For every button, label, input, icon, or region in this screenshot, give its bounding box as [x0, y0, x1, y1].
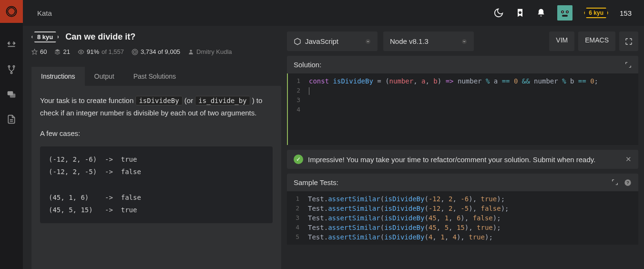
git-merge-icon[interactable]	[6, 64, 17, 75]
kata-rank-badge: 8 kyu	[31, 31, 59, 42]
emacs-button[interactable]: EMACS	[578, 31, 615, 51]
tab-past[interactable]: Past Solutions	[124, 67, 186, 86]
tab-output[interactable]: Output	[85, 67, 124, 86]
tests-code-area[interactable]: 12345 Test.assertSimilar(isDivideBy(-12,…	[287, 191, 638, 245]
svg-text:?: ?	[626, 180, 629, 185]
expand-icon[interactable]	[625, 62, 632, 68]
bookmark-icon[interactable]	[515, 8, 525, 18]
star-icon	[31, 49, 38, 55]
user-icon	[188, 49, 194, 55]
tests-label: Sample Tests:	[294, 178, 338, 186]
help-icon[interactable]: ?	[624, 179, 632, 186]
left-panel: 8 kyu Can we divide it? 60 21	[29, 31, 281, 269]
theme-toggle-icon[interactable]	[493, 8, 504, 18]
user-rank-badge: 6 kyu	[584, 8, 608, 18]
topbar-tab-kata[interactable]: Kata	[31, 0, 59, 26]
svg-point-16	[132, 49, 138, 55]
stat-completed: 3,734 of 9,005	[132, 48, 180, 55]
js-icon	[294, 38, 301, 45]
stat-stars[interactable]: 60	[31, 48, 47, 55]
left-sidebar	[0, 0, 23, 269]
solution-label: Solution:	[294, 61, 321, 69]
close-icon[interactable]: ✕	[625, 155, 632, 164]
tests-editor: Sample Tests: ? 12345 Test.assertSimilar…	[287, 174, 638, 245]
svg-point-11	[562, 11, 563, 12]
svg-point-15	[80, 51, 82, 53]
check-icon: ✓	[294, 155, 303, 164]
svg-rect-8	[557, 5, 572, 21]
svg-point-2	[13, 66, 14, 67]
success-message: ✓ Impressive! You may take your time to …	[287, 150, 638, 169]
svg-point-20	[462, 39, 467, 44]
fullscreen-icon	[625, 38, 633, 45]
vim-button[interactable]: VIM	[549, 31, 574, 51]
example-code: (-12, 2, -6) -> true (-12, 2, -5) -> fal…	[40, 146, 273, 223]
svg-point-19	[366, 39, 370, 44]
topbar: Kata 6 kyu 153	[23, 0, 644, 26]
fullscreen-button[interactable]	[619, 31, 638, 51]
chevron-down-icon	[365, 39, 371, 44]
svg-point-17	[133, 51, 136, 53]
bell-icon[interactable]	[536, 8, 546, 18]
right-panel: JavaScript Node v8.1.3 VIM EMACS	[287, 31, 638, 269]
eye-icon	[78, 49, 84, 55]
tab-instructions[interactable]: Instructions	[31, 67, 85, 86]
svg-point-3	[10, 72, 12, 73]
avatar[interactable]	[557, 5, 572, 21]
version-dropdown[interactable]: Node v8.1.3	[383, 31, 474, 51]
layers-icon	[54, 49, 61, 55]
svg-marker-14	[32, 49, 37, 54]
svg-rect-5	[10, 93, 16, 97]
expand-icon[interactable]	[612, 179, 618, 186]
svg-point-1	[8, 66, 10, 67]
target-icon	[132, 49, 138, 55]
svg-rect-13	[562, 15, 568, 17]
stat-success: 91% of 1,557	[78, 48, 124, 55]
stat-collections[interactable]: 21	[54, 48, 70, 55]
solution-editor: Solution: 1234 const isDivideBy = (numbe…	[287, 56, 638, 145]
kata-title: Can we divide it?	[65, 32, 135, 42]
svg-point-18	[190, 50, 192, 52]
docs-icon[interactable]	[6, 114, 17, 125]
panel-tabs: Instructions Output Past Solutions	[31, 67, 281, 86]
chat-icon[interactable]	[6, 89, 17, 100]
language-dropdown[interactable]: JavaScript	[287, 31, 378, 51]
instructions-panel: Your task is to create function isDivide…	[31, 86, 281, 269]
solution-code-area[interactable]: 1234 const isDivideBy = (number, a, b) =…	[287, 73, 638, 145]
author[interactable]: Dmitry Kudla	[188, 48, 232, 55]
shuffle-icon[interactable]	[6, 39, 17, 51]
honor-score: 153	[620, 9, 632, 17]
svg-point-12	[567, 11, 568, 12]
logo-icon	[5, 5, 18, 18]
logo[interactable]	[0, 0, 23, 23]
chevron-down-icon	[461, 39, 467, 44]
kata-stats: 60 21 91% of 1,557 3,	[31, 48, 281, 55]
